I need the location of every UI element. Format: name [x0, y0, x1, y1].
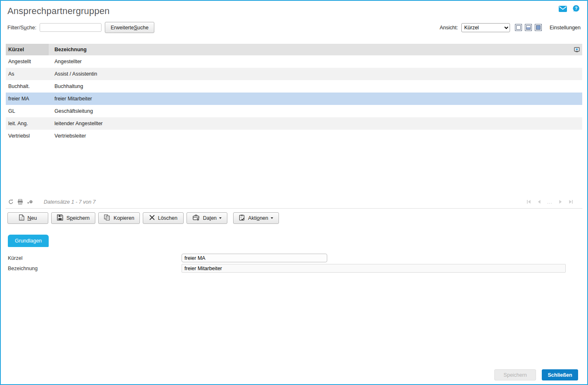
- save-button[interactable]: Speichern: [51, 212, 95, 224]
- data-dropdown-button[interactable]: Daten: [187, 212, 227, 224]
- table-row[interactable]: GL Geschäftsleitung: [6, 105, 582, 117]
- pagination: ...: [527, 199, 573, 205]
- table-row[interactable]: Vertriebsl Vertriebsleiter: [6, 130, 582, 142]
- table-row[interactable]: Buchhalt. Buchhaltung: [6, 80, 582, 93]
- column-header-kuerzel[interactable]: Kürzel: [6, 44, 49, 55]
- split-view-icon[interactable]: [525, 24, 532, 31]
- last-page-icon[interactable]: [569, 200, 573, 204]
- new-document-icon: [19, 214, 24, 222]
- titlebar: Ansprechpartnergruppen ?: [1, 1, 587, 17]
- dropdown-caret-icon: [271, 217, 273, 219]
- save-detail-button[interactable]: Speichern: [494, 369, 536, 380]
- tab-grundlagen[interactable]: Grundlagen: [8, 235, 49, 247]
- app-window: Ansprechpartnergruppen ? Filter/Suche:: [0, 0, 588, 385]
- filter-label: Filter/Suche:: [7, 25, 36, 31]
- table-settings-icon[interactable]: [571, 47, 582, 52]
- table-row[interactable]: leit. Ang. leitender Angestellter: [6, 117, 582, 130]
- close-button[interactable]: Schließen: [542, 369, 578, 380]
- table-header: Kürzel Bezeichnung: [6, 44, 582, 55]
- table-row[interactable]: As Assist / Assistentin: [6, 68, 582, 80]
- delete-button[interactable]: Löschen: [143, 212, 184, 224]
- filter-row: Filter/Suche: Erweiterte Suche Ansicht: …: [1, 22, 587, 33]
- first-page-icon[interactable]: [527, 200, 531, 204]
- record-list: Kürzel Bezeichnung Angestellt Angestellt…: [6, 44, 582, 195]
- table-empty-area: [6, 142, 582, 195]
- title-icons: ?: [559, 5, 580, 12]
- gear-icon[interactable]: [27, 200, 33, 204]
- column-header-bezeichnung[interactable]: Bezeichnung: [49, 47, 571, 52]
- svg-text:?: ?: [575, 6, 577, 11]
- list-view-icon[interactable]: [515, 24, 522, 31]
- actions-dropdown-button[interactable]: Aktionen: [233, 212, 279, 224]
- table-row-selected[interactable]: freier MA freier Mitarbeiter: [6, 93, 582, 105]
- actions-icon: [239, 214, 245, 222]
- toolbar: Neu Speichern Kopieren: [7, 212, 587, 224]
- mail-icon[interactable]: [559, 6, 567, 12]
- page-title: Ansprechpartnergruppen: [7, 6, 581, 17]
- save-icon: [57, 214, 63, 222]
- view-label: Ansicht:: [439, 25, 458, 31]
- copy-button[interactable]: Kopieren: [98, 212, 140, 224]
- prev-page-icon[interactable]: [537, 200, 541, 204]
- tabbar: Grundlagen: [8, 235, 587, 247]
- detail-view-icon[interactable]: [535, 24, 542, 31]
- bezeichnung-field[interactable]: [182, 264, 566, 273]
- pager-ellipsis: ...: [547, 199, 553, 205]
- bottom-action-bar: Speichern Schließen: [494, 369, 578, 380]
- refresh-icon[interactable]: [8, 199, 14, 204]
- delete-icon: [149, 215, 155, 221]
- dropdown-caret-icon: [219, 217, 222, 219]
- settings-link[interactable]: Einstellungen: [550, 25, 581, 31]
- data-icon: [193, 214, 200, 222]
- bezeichnung-label: Bezeichnung: [1, 266, 182, 271]
- help-icon[interactable]: ?: [572, 5, 580, 12]
- records-info: Datensätze 1 - 7 von 7: [44, 199, 96, 205]
- advanced-search-button[interactable]: Erweiterte Suche: [105, 22, 154, 33]
- table-row[interactable]: Angestellt Angestellter: [6, 55, 582, 68]
- copy-icon: [104, 214, 110, 222]
- kuerzel-field[interactable]: [182, 254, 327, 262]
- kuerzel-label: Kürzel: [1, 255, 182, 261]
- list-footer: Datensätze 1 - 7 von 7 ...: [6, 195, 582, 209]
- next-page-icon[interactable]: [559, 200, 562, 204]
- view-select[interactable]: Kürzel: [461, 23, 510, 32]
- new-button[interactable]: Neu: [7, 212, 48, 224]
- search-input[interactable]: [40, 23, 102, 32]
- print-icon[interactable]: [17, 199, 23, 204]
- detail-form: Kürzel Bezeichnung: [1, 253, 587, 273]
- view-toggles: [515, 24, 542, 31]
